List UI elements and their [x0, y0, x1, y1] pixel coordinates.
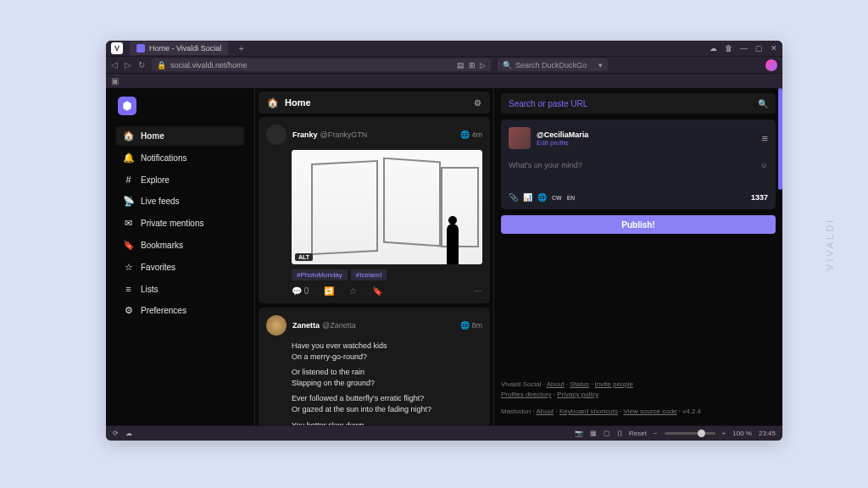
post-avatar[interactable]	[266, 125, 287, 145]
sidebar-item-mentions[interactable]: ✉Private mentions	[116, 214, 244, 233]
sidebar-item-lists[interactable]: ≡Lists	[116, 280, 244, 298]
footer-link[interactable]: Status	[570, 380, 589, 388]
reload-button[interactable]: ↻	[138, 60, 145, 69]
search-icon: 🔍	[758, 99, 768, 108]
poll-icon[interactable]: 📊	[523, 193, 532, 202]
settings-icon[interactable]: ⚙	[474, 98, 481, 108]
footer-link[interactable]: Keyboard shortcuts	[559, 408, 618, 415]
footer-link[interactable]: Invite people	[595, 380, 633, 388]
post-author[interactable]: Zanetta@Zanetta	[292, 321, 454, 330]
post-image[interactable]: ALT	[292, 150, 482, 264]
edit-profile-link[interactable]: Edit profile	[537, 139, 755, 147]
back-button[interactable]: ◁	[111, 60, 118, 69]
lock-icon: 🔒	[157, 61, 166, 69]
bookmark-icon[interactable]: ▷	[480, 61, 486, 69]
search-icon: 🔍	[503, 61, 512, 69]
emoji-picker-icon[interactable]: ☺	[760, 161, 768, 183]
sidebar-item-home[interactable]: 🏠Home	[116, 126, 244, 146]
panel-toggle-icon[interactable]: ▣	[111, 76, 119, 86]
feed-title: Home	[285, 97, 311, 108]
footer-link[interactable]: About	[547, 380, 565, 388]
tiles-icon[interactable]: ▦	[590, 430, 597, 437]
post-author[interactable]: Franky@FrankyGTN	[292, 130, 454, 139]
hashtag[interactable]: #Iceland	[351, 269, 387, 280]
footer-link[interactable]: Privacy policy	[557, 391, 598, 398]
zoom-level: 100 %	[732, 430, 752, 437]
address-bar: ◁ ▷ ↻ 🔒 social.vivaldi.net/home ▤ ⊞ ▷ 🔍 …	[106, 56, 782, 73]
trash-icon[interactable]: 🗑	[725, 44, 732, 53]
zoom-slider[interactable]	[665, 432, 715, 435]
forward-button[interactable]: ▷	[125, 60, 131, 69]
footer-link[interactable]: View source code	[624, 408, 677, 415]
new-tab-button[interactable]: +	[238, 43, 243, 53]
reader-icon[interactable]: ▤	[457, 61, 465, 69]
globe-icon[interactable]: 🌐	[537, 193, 547, 202]
publish-button[interactable]: Publish!	[501, 215, 776, 234]
sync-icon[interactable]: ⟳	[113, 430, 119, 437]
zoom-reset[interactable]: Reset	[629, 430, 647, 437]
sidebar-item-preferences[interactable]: ⚙Preferences	[116, 301, 244, 320]
clock: 23:45	[759, 430, 776, 437]
boost-button[interactable]: 🔁	[324, 286, 334, 296]
sidebar-item-livefeeds[interactable]: 📡Live feeds	[116, 191, 244, 211]
sidebar: 🏠Home 🔔Notifications #Explore 📡Live feed…	[106, 88, 254, 425]
sidebar-item-favorites[interactable]: ☆Favorites	[116, 258, 244, 277]
bookmark-button[interactable]: 🔖	[372, 286, 382, 296]
app-logo-icon[interactable]	[118, 97, 136, 115]
footer-links: Vivaldi Social · About · Status · Invite…	[501, 380, 776, 417]
post-body: Have you ever watched kidsOn a merry-go-…	[292, 341, 482, 425]
post: Franky@FrankyGTN 🌐4m ALT	[259, 117, 490, 303]
compose-user-handle: @CeciliaMaria	[537, 130, 588, 139]
search-input[interactable]: Search or paste URL 🔍	[501, 93, 776, 114]
zoom-out[interactable]: −	[654, 430, 658, 437]
zoom-in[interactable]: +	[722, 430, 726, 437]
vivaldi-logo-icon[interactable]: V	[111, 42, 123, 54]
close-button[interactable]: ✕	[771, 44, 777, 53]
panel-icon[interactable]: ▢	[604, 430, 610, 437]
cloud-icon[interactable]: ☁	[709, 44, 717, 53]
chevron-down-icon[interactable]: ▾	[598, 61, 603, 69]
sidebar-item-notifications[interactable]: 🔔Notifications	[116, 148, 244, 168]
post-avatar[interactable]	[266, 315, 287, 336]
more-button[interactable]: ⋯	[474, 286, 482, 296]
scrollbar-indicator[interactable]	[778, 88, 782, 190]
footer-link[interactable]: Profiles directory	[501, 391, 552, 398]
search-engine-input[interactable]: 🔍 Search DuckDuckGo ▾	[498, 58, 608, 71]
reply-button[interactable]: 💬 0	[292, 286, 309, 296]
bell-icon: 🔔	[123, 152, 134, 164]
compose-textarea[interactable]: What's on your mind? ☺	[509, 156, 768, 188]
alt-badge[interactable]: ALT	[295, 253, 313, 261]
language-toggle[interactable]: EN	[567, 195, 576, 201]
minimize-button[interactable]: —	[740, 44, 748, 53]
cw-toggle[interactable]: CW	[552, 195, 562, 201]
post-time: 🌐8m	[460, 321, 482, 330]
home-icon: 🏠	[267, 97, 279, 108]
compose-avatar[interactable]	[509, 127, 531, 149]
post-time: 🌐4m	[460, 130, 482, 139]
footer-link[interactable]: About	[536, 408, 554, 415]
qr-icon[interactable]: ⊞	[469, 61, 476, 69]
sidebar-item-explore[interactable]: #Explore	[116, 170, 244, 189]
browser-tab[interactable]: Home - Vivaldi Social	[130, 42, 228, 55]
hamburger-icon[interactable]: ≡	[761, 132, 768, 145]
camera-icon[interactable]: 📷	[575, 430, 583, 437]
attach-icon[interactable]: 📎	[509, 193, 518, 202]
tab-favicon-icon	[136, 44, 145, 53]
sidebar-item-bookmarks[interactable]: 🔖Bookmarks	[116, 236, 244, 255]
post: Zanetta@Zanetta 🌐8m Have you ever watche…	[259, 308, 490, 425]
globe-icon: 🌐	[460, 130, 470, 139]
titlebar: V Home - Vivaldi Social + ☁ 🗑 — ▢ ✕	[106, 41, 782, 56]
bookmark-icon: 🔖	[123, 240, 134, 251]
cloud-icon[interactable]: ☁	[125, 430, 132, 437]
hashtag[interactable]: #PhotoMonday	[292, 269, 348, 280]
profile-avatar[interactable]	[765, 59, 777, 71]
panel-bar: ▣	[106, 73, 782, 88]
maximize-button[interactable]: ▢	[755, 44, 763, 53]
feed-column: 🏠 Home ⚙ Franky@FrankyGTN 🌐4m	[254, 88, 494, 425]
code-icon[interactable]: ⟨⟩	[617, 430, 622, 437]
feed-header: 🏠 Home ⚙	[259, 92, 490, 114]
globe-icon: 🌐	[460, 321, 470, 330]
url-input[interactable]: 🔒 social.vivaldi.net/home ▤ ⊞ ▷	[152, 58, 491, 71]
favorite-button[interactable]: ☆	[349, 286, 357, 296]
status-bar: ⟳ ☁ 📷 ▦ ▢ ⟨⟩ Reset − + 100 % 23:45	[106, 425, 782, 441]
